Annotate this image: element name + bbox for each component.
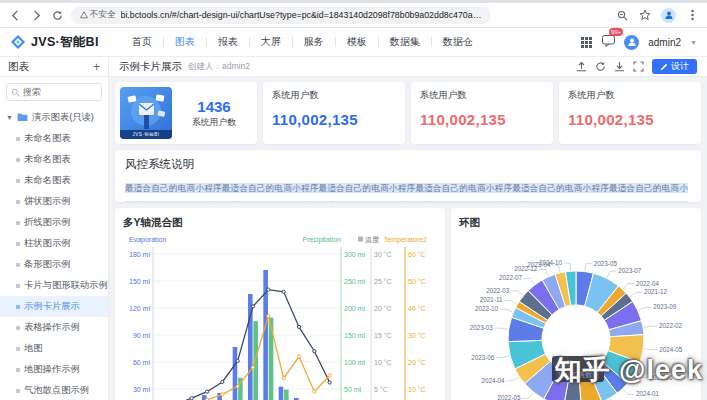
page-title: 示例卡片展示	[119, 60, 182, 74]
page-toolbar: 示例卡片展示 创建人：admin2 设计	[109, 57, 707, 76]
svg-text:20 °C: 20 °C	[408, 359, 426, 366]
notice-title: 风控系统说明	[125, 157, 691, 172]
svg-text:250 ml: 250 ml	[344, 278, 365, 285]
stat-value: 110,002,135	[272, 111, 396, 128]
sidebar-title: 图表	[8, 60, 29, 74]
mixed-chart-card: 多Y轴混合图 180 ml300 ml30 °C60 °C150 ml250 m…	[115, 208, 445, 400]
nav-item-2[interactable]: 报表	[207, 35, 249, 49]
tree-item-12[interactable]: 气泡散点图示例	[0, 380, 108, 400]
tree-item-5[interactable]: 柱状图示例	[0, 233, 108, 254]
bar-precipitation	[284, 390, 289, 400]
svg-text:Evaporation: Evaporation	[129, 236, 166, 244]
reload-icon[interactable]	[50, 8, 64, 22]
svg-text:30 °C: 30 °C	[408, 332, 426, 339]
app-logo[interactable]: JVS·智能BI	[10, 34, 99, 51]
svg-text:5 °C: 5 °C	[374, 386, 388, 393]
design-button[interactable]: 设计	[652, 59, 697, 74]
donut-label: 2022-04	[636, 280, 660, 287]
zoom-page-icon[interactable]	[615, 8, 629, 22]
nav-item-5[interactable]: 模板	[336, 35, 378, 49]
tree-item-11[interactable]: 地图操作示例	[0, 359, 108, 380]
chart-file-icon	[16, 263, 20, 267]
nav-item-7[interactable]: 数据仓	[432, 35, 484, 49]
donut-label: 2021-12	[644, 288, 668, 295]
svg-text:150 ml: 150 ml	[129, 278, 150, 285]
refresh-icon[interactable]	[595, 58, 606, 76]
svg-text:Precipitation: Precipitation	[302, 236, 341, 244]
nav-item-3[interactable]: 大屏	[250, 35, 292, 49]
chart-file-icon	[16, 158, 20, 162]
tree-item-2[interactable]: 未命名图表	[0, 170, 108, 191]
back-icon[interactable]	[8, 8, 22, 22]
svg-text:40 °C: 40 °C	[408, 305, 426, 312]
user-name[interactable]: admin2	[648, 37, 681, 48]
url-field[interactable]: 不安全 bi.bctools.cn/#/chart-design-ui/char…	[71, 7, 491, 24]
stat-card: 系统用户数 110,002,135	[559, 82, 701, 144]
stat-value: 1436	[197, 98, 230, 115]
upload-icon[interactable]	[576, 58, 587, 76]
tree-item-label: 条形图示例	[24, 258, 70, 271]
tree-item-6[interactable]: 条形图示例	[0, 254, 108, 275]
donut-chart-title: 环图	[459, 216, 693, 230]
donut-label: 2023-05	[594, 260, 618, 267]
svg-text:200 ml: 200 ml	[344, 305, 365, 312]
tree-item-label: 柱状图示例	[24, 237, 70, 250]
search-icon	[11, 88, 20, 97]
nav-item-0[interactable]: 首页	[121, 35, 163, 49]
folder-icon	[17, 113, 28, 122]
svg-text:120 ml: 120 ml	[129, 305, 150, 312]
tree-item-9[interactable]: 表格操作示例	[0, 317, 108, 338]
tree-item-label: 示例卡片展示	[24, 300, 80, 313]
donut-label: 2021-11	[480, 296, 503, 303]
mixed-chart-title: 多Y轴混合图	[123, 216, 437, 230]
download-icon[interactable]	[614, 58, 625, 76]
svg-text:30 ml: 30 ml	[133, 386, 151, 393]
chart-file-icon	[16, 347, 20, 351]
svg-text:10 °C: 10 °C	[408, 386, 426, 393]
not-secure-label: 不安全	[90, 9, 116, 21]
tree-item-4[interactable]: 折线图示例	[0, 212, 108, 233]
donut-label: 2023-06	[471, 354, 495, 361]
tree-item-3[interactable]: 饼状图示例	[0, 191, 108, 212]
chevron-down-icon[interactable]: ▼	[690, 39, 697, 46]
forward-icon[interactable]	[29, 8, 43, 22]
add-chart-button[interactable]: +	[93, 61, 100, 73]
tree-folder-demo-charts[interactable]: ▼ 演示图表(只读)	[0, 107, 108, 128]
stat-illustration: JVS·智能BI	[120, 87, 172, 139]
svg-text:25 °C: 25 °C	[374, 278, 392, 285]
chat-bubble-icon	[602, 35, 615, 47]
not-secure-warning[interactable]: 不安全	[80, 9, 116, 21]
svg-text:60 ml: 60 ml	[133, 359, 151, 366]
sidebar-search[interactable]	[6, 83, 102, 101]
browser-profile-avatar[interactable]	[661, 8, 676, 23]
nav-item-4[interactable]: 服务	[293, 35, 335, 49]
app-header: JVS·智能BI 首页图表报表大屏服务模板数据集数据仓 99+ admin2 ▼	[0, 28, 707, 57]
main-nav: 首页图表报表大屏服务模板数据集数据仓	[121, 35, 484, 49]
search-input[interactable]	[23, 87, 93, 97]
fullscreen-icon[interactable]	[633, 58, 644, 76]
chart-file-icon	[16, 368, 20, 372]
user-avatar[interactable]	[624, 35, 639, 50]
chart-file-icon	[16, 179, 20, 183]
messages-button[interactable]: 99+	[602, 33, 615, 51]
notice-text: 最适合自己的电商小程序最适合自己的电商小程序最适合自己的电商小程序最适合自己的电…	[125, 183, 688, 202]
stat-card: 系统用户数 110,002,135	[411, 82, 553, 144]
nav-item-1[interactable]: 图表	[164, 35, 206, 49]
tree-item-7[interactable]: 卡片与图形联动示例	[0, 275, 108, 296]
apps-grid-icon[interactable]	[579, 35, 593, 49]
tree-item-0[interactable]: 未命名图表	[0, 128, 108, 149]
svg-text:20 °C: 20 °C	[374, 305, 392, 312]
logo-diamond-icon	[10, 34, 26, 50]
bar-precipitation	[269, 318, 274, 400]
tree-item-10[interactable]: 地图	[0, 338, 108, 359]
bookmark-star-icon[interactable]	[638, 8, 652, 22]
browser-menu-icon[interactable]	[685, 8, 699, 22]
nav-item-6[interactable]: 数据集	[379, 35, 431, 49]
tree-item-8[interactable]: 示例卡片展示	[0, 296, 108, 317]
svg-text:30 °C: 30 °C	[374, 251, 392, 258]
tree-item-label: 折线图示例	[24, 216, 70, 229]
svg-text:温度: 温度	[365, 236, 379, 244]
donut-label: 2022-05	[497, 394, 521, 400]
tree-item-1[interactable]: 未命名图表	[0, 149, 108, 170]
tree-item-label: 地图操作示例	[24, 363, 80, 376]
